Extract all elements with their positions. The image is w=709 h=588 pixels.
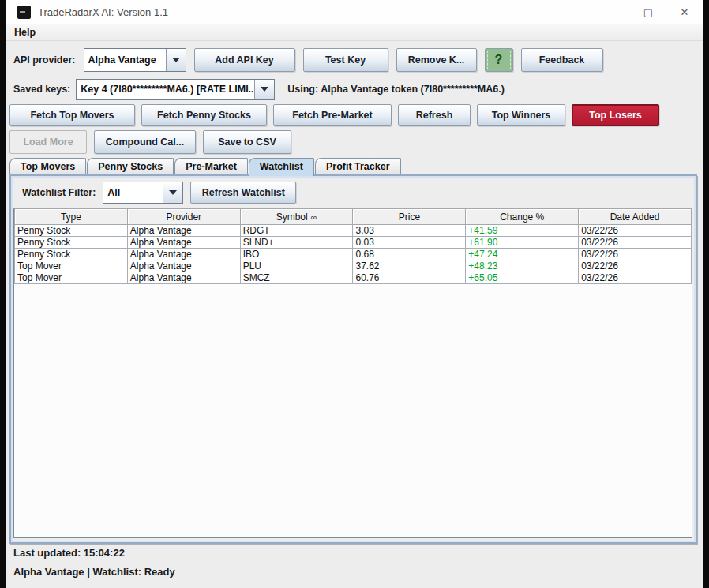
minimize-button[interactable]: — <box>594 0 630 24</box>
cell-type: Top Mover <box>15 272 128 284</box>
cell-price: 0.03 <box>353 237 466 249</box>
cell-symbol: IBO <box>240 249 353 260</box>
cell-symbol: SLND+ <box>240 237 353 249</box>
table-row[interactable]: Penny StockAlpha VantageSLND+0.03+61.900… <box>15 237 692 249</box>
fetch-top-movers-button[interactable]: Fetch Top Movers <box>9 104 135 126</box>
watchlist-filter-row: Watchlist Filter: All Refresh Watchlist <box>22 182 296 204</box>
watchlist-table-body: Penny StockAlpha VantageRDGT3.03+41.5903… <box>15 225 692 284</box>
screen-edge-left <box>0 0 6 588</box>
tab-profit-tracker[interactable]: Profit Tracker <box>315 158 401 174</box>
cell-provider: Alpha Vantage <box>127 260 240 272</box>
table-row[interactable]: Penny StockAlpha VantageRDGT3.03+41.5903… <box>15 225 692 237</box>
menu-bar: Help <box>6 24 703 41</box>
column-header-provider[interactable]: Provider <box>127 209 240 225</box>
watchlist-table: Type Provider Symbol∞ Price Change % Dat… <box>14 208 692 284</box>
saved-keys-label: Saved keys: <box>13 84 70 95</box>
watchlist-panel: Watchlist Filter: All Refresh Watchlist … <box>9 174 697 544</box>
test-key-button[interactable]: Test Key <box>303 48 388 72</box>
actions-row: Load More Compound Cal... Save to CSV <box>6 130 703 154</box>
table-header-row: Type Provider Symbol∞ Price Change % Dat… <box>15 209 692 225</box>
window-title: TradeRadarX AI: Version 1.1 <box>38 6 168 18</box>
watchlist-filter-select[interactable]: All <box>103 182 183 204</box>
chevron-down-icon <box>163 182 182 203</box>
api-provider-value: Alpha Vantage <box>84 49 166 71</box>
remove-key-button[interactable]: Remove K... <box>396 48 477 72</box>
maximize-button[interactable]: ▢ <box>630 0 666 24</box>
table-row[interactable]: Penny StockAlpha VantageIBO0.68+47.2403/… <box>15 249 692 260</box>
screen-edge-right <box>703 0 709 588</box>
chevron-down-icon <box>254 80 274 99</box>
tab-bar: Top Movers Penny Stocks Pre-Market Watch… <box>9 156 402 174</box>
menu-help[interactable]: Help <box>6 27 43 38</box>
cell-price: 37.62 <box>353 260 466 272</box>
title-bar: TradeRadarX AI: Version 1.1 — ▢ ✕ <box>6 0 703 24</box>
cell-provider: Alpha Vantage <box>127 225 240 237</box>
cell-date: 03/22/26 <box>579 272 692 284</box>
cell-change: +61.90 <box>466 237 579 249</box>
cell-type: Penny Stock <box>15 237 128 249</box>
fetch-pre-market-button[interactable]: Fetch Pre-Market <box>273 104 392 126</box>
cell-date: 03/22/26 <box>579 225 692 237</box>
cell-provider: Alpha Vantage <box>127 237 240 249</box>
watchlist-filter-label: Watchlist Filter: <box>22 187 96 198</box>
cell-type: Top Mover <box>15 260 128 272</box>
cell-price: 0.68 <box>353 249 466 260</box>
feedback-button[interactable]: Feedback <box>521 48 603 72</box>
column-header-type[interactable]: Type <box>15 209 128 225</box>
app-window: TradeRadarX AI: Version 1.1 — ▢ ✕ Help A… <box>6 0 703 588</box>
cell-type: Penny Stock <box>15 225 128 237</box>
refresh-button[interactable]: Refresh <box>398 104 471 126</box>
cell-symbol: SMCZ <box>240 272 353 284</box>
cell-change: +47.24 <box>466 249 579 260</box>
watchlist-scrollpane: Type Provider Symbol∞ Price Change % Dat… <box>13 208 692 538</box>
cell-type: Penny Stock <box>15 249 128 260</box>
column-header-symbol[interactable]: Symbol∞ <box>240 209 353 225</box>
cell-price: 3.03 <box>353 225 466 237</box>
top-losers-button[interactable]: Top Losers <box>572 104 659 126</box>
using-token-text: Using: Alpha Vantage token (7I80********… <box>287 84 505 95</box>
cell-provider: Alpha Vantage <box>127 249 240 260</box>
column-header-date-added[interactable]: Date Added <box>579 209 692 225</box>
cell-date: 03/22/26 <box>579 249 692 260</box>
api-provider-select[interactable]: Alpha Vantage <box>84 48 186 72</box>
refresh-watchlist-button[interactable]: Refresh Watchlist <box>190 182 296 204</box>
load-more-button[interactable]: Load More <box>9 130 87 154</box>
fetch-buttons-row: Fetch Top Movers Fetch Penny Stocks Fetc… <box>6 104 703 126</box>
cell-date: 03/22/26 <box>579 237 692 249</box>
column-header-change[interactable]: Change % <box>466 209 579 225</box>
cell-change: +41.59 <box>466 225 579 237</box>
tab-watchlist[interactable]: Watchlist <box>249 158 314 176</box>
tab-penny-stocks[interactable]: Penny Stocks <box>87 158 174 174</box>
column-header-price[interactable]: Price <box>353 209 466 225</box>
save-to-csv-button[interactable]: Save to CSV <box>203 130 291 154</box>
api-provider-label: API provider: <box>13 54 76 66</box>
cell-symbol: PLU <box>240 260 353 272</box>
status-last-updated: Last updated: 15:04:22 <box>13 547 125 559</box>
api-provider-row: API provider: Alpha Vantage Add API Key … <box>6 48 703 72</box>
cell-provider: Alpha Vantage <box>127 272 240 284</box>
cell-date: 03/22/26 <box>579 260 692 272</box>
compound-calc-button[interactable]: Compound Cal... <box>94 130 196 154</box>
close-button[interactable]: ✕ <box>666 0 703 24</box>
saved-keys-select[interactable]: Key 4 (7I80*********MA6.) [RATE LIMI... <box>76 79 275 100</box>
status-state: Alpha Vantage | Watchlist: Ready <box>13 566 175 578</box>
table-row[interactable]: Top MoverAlpha VantageSMCZ60.76+65.0503/… <box>15 272 692 284</box>
tab-pre-market[interactable]: Pre-Market <box>174 158 248 174</box>
table-row[interactable]: Top MoverAlpha VantagePLU37.62+48.2303/2… <box>15 260 692 272</box>
saved-keys-value: Key 4 (7I80*********MA6.) [RATE LIMI... <box>77 80 254 99</box>
cell-change: +48.23 <box>466 260 579 272</box>
add-api-key-button[interactable]: Add API Key <box>194 48 295 72</box>
fetch-penny-stocks-button[interactable]: Fetch Penny Stocks <box>141 104 267 126</box>
chevron-down-icon <box>166 49 186 71</box>
window-controls: — ▢ ✕ <box>594 0 703 24</box>
app-icon <box>17 6 31 19</box>
cell-price: 60.76 <box>353 272 466 284</box>
sort-icon: ∞ <box>311 212 317 222</box>
cell-change: +65.05 <box>466 272 579 284</box>
watchlist-filter-value: All <box>103 182 163 203</box>
cell-symbol: RDGT <box>240 225 353 237</box>
tab-top-movers[interactable]: Top Movers <box>9 158 86 174</box>
help-button[interactable]: ? <box>485 48 513 72</box>
saved-keys-row: Saved keys: Key 4 (7I80*********MA6.) [R… <box>6 78 703 100</box>
top-winners-button[interactable]: Top Winners <box>477 104 565 126</box>
